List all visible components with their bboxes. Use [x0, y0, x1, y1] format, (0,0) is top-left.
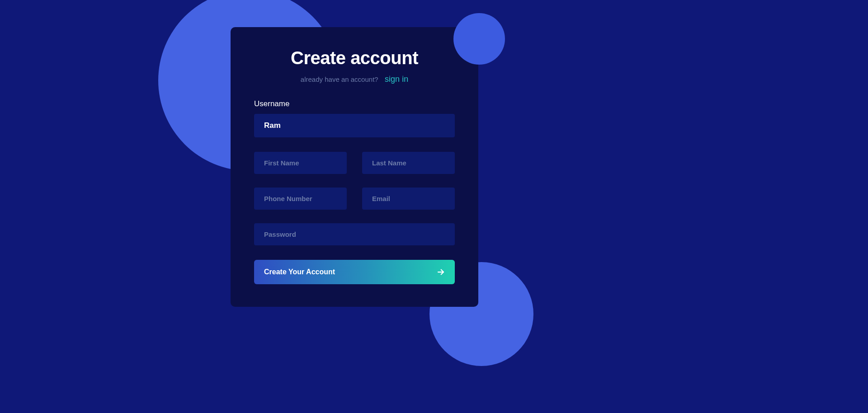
username-label: Username: [254, 99, 455, 108]
password-field-group: [254, 223, 455, 245]
contact-row: [254, 188, 455, 210]
signup-card: Create account already have an account? …: [231, 27, 478, 307]
signin-row: already have an account? sign in: [254, 75, 455, 84]
arrow-right-icon: [437, 268, 445, 276]
create-account-button[interactable]: Create Your Account: [254, 260, 455, 284]
decorative-circle-top-right: [453, 13, 505, 65]
email-input[interactable]: [362, 188, 455, 210]
last-name-input[interactable]: [362, 152, 455, 174]
submit-button-label: Create Your Account: [264, 268, 335, 276]
username-field-group: Username: [254, 99, 455, 137]
password-input[interactable]: [254, 223, 455, 245]
first-name-input[interactable]: [254, 152, 347, 174]
signin-link[interactable]: sign in: [385, 75, 408, 84]
name-row: [254, 152, 455, 174]
phone-input[interactable]: [254, 188, 347, 210]
username-input[interactable]: [254, 114, 455, 137]
page-title: Create account: [254, 48, 455, 68]
signin-prompt-text: already have an account?: [301, 75, 378, 83]
